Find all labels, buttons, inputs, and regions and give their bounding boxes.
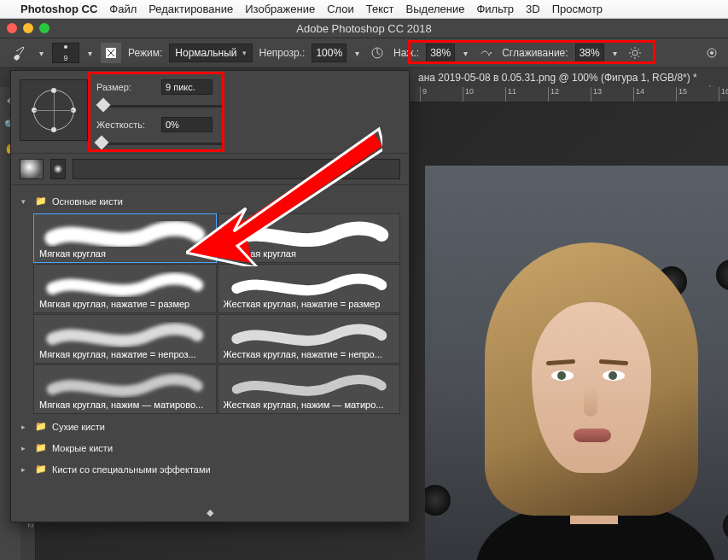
window-titlebar: Adobe Photoshop CC 2018 [0, 19, 728, 38]
brush-hard-opacity[interactable]: Жесткая круглая, нажатие = непро... [218, 314, 401, 364]
brush-size-badge: 9 [63, 54, 67, 62]
folder-label: Сухие кисти [52, 422, 105, 432]
folder-label: Основные кисти [52, 196, 123, 207]
folder-label: Кисти со специальными эффектами [52, 464, 211, 475]
tool-dropdown-icon[interactable]: ▾ [38, 49, 45, 58]
brush-sample-hard-icon[interactable] [50, 159, 66, 179]
brush-soft-round[interactable]: Мягкая круглая [33, 213, 217, 263]
folder-wet[interactable]: ▸ 📁 Мокрые кисти [15, 437, 405, 458]
folder-dry[interactable]: ▸ 📁 Сухие кисти [15, 416, 405, 437]
brush-soft-matte[interactable]: Мягкая круглая, нажим — матирово... [33, 365, 217, 414]
brush-label: Жесткая круглая [224, 248, 395, 259]
disclosure-right-icon: ▸ [21, 444, 30, 452]
brush-preset-panel: Размер: 9 пикс. Жесткость: 0% ▾ 📁 Основн… [10, 70, 410, 522]
svg-point-4 [632, 50, 638, 55]
brush-preset-thumb[interactable]: 9 [52, 43, 79, 63]
brush-label: Жесткая круглая, нажатие = размер [224, 299, 395, 309]
brush-label: Мягкая круглая, нажим — матирово... [39, 400, 211, 410]
pressure-size-icon[interactable] [702, 44, 721, 62]
hardness-slider[interactable] [96, 137, 224, 149]
flow-label: Наж.: [393, 47, 419, 59]
brush-label: Жесткая круглая, нажатие = непро... [224, 349, 395, 359]
menu-view[interactable]: Просмотр [552, 3, 603, 15]
brush-hard-matte[interactable]: Жесткая круглая, нажим — матиро... [218, 365, 401, 414]
flow-dropdown-icon[interactable]: ▾ [462, 49, 469, 58]
folder-main[interactable]: ▾ 📁 Основные кисти [15, 190, 405, 212]
brush-label: Мягкая круглая [39, 248, 211, 259]
svg-point-2 [488, 54, 490, 55]
canvas-image [425, 166, 728, 560]
opacity-label: Непрозр.: [259, 47, 306, 59]
document-tab[interactable]: ана 2019-05-08 в 0.05.31.png @ 100% (Фиг… [418, 72, 697, 84]
blend-mode-select[interactable]: Нормальный ▾ [169, 44, 252, 62]
brush-sample-soft-icon[interactable] [20, 159, 44, 179]
folder-icon: 📁 [35, 195, 47, 207]
hardness-label: Жесткость: [96, 120, 156, 130]
folder-fx[interactable]: ▸ 📁 Кисти со специальными эффектами [15, 458, 405, 480]
menu-text[interactable]: Текст [366, 3, 394, 15]
app-name[interactable]: Photoshop CC [20, 3, 97, 15]
folder-icon: 📁 [35, 442, 47, 453]
pressure-opacity-icon[interactable] [368, 44, 387, 62]
close-button[interactable] [7, 23, 17, 33]
menu-image[interactable]: Изображение [245, 3, 315, 15]
zoom-button[interactable] [39, 23, 50, 33]
disclosure-right-icon: ▸ [21, 465, 30, 474]
chevron-down-icon: ▾ [242, 49, 247, 57]
brush-tip-preview[interactable] [20, 79, 88, 141]
smoothing-dropdown-icon[interactable]: ▾ [611, 49, 619, 58]
opacity-input[interactable]: 100% [312, 44, 347, 62]
svg-point-3 [490, 52, 492, 54]
hardness-input[interactable]: 0% [161, 117, 213, 132]
smoothing-input[interactable]: 38% [575, 44, 604, 62]
size-input[interactable]: 9 пикс. [161, 79, 213, 95]
disclosure-right-icon: ▸ [21, 423, 30, 431]
size-label: Размер: [96, 82, 156, 92]
airbrush-icon[interactable] [476, 44, 495, 62]
brush-hard-size[interactable]: Жесткая круглая, нажатие = размер [218, 264, 401, 313]
preset-dropdown-icon[interactable]: ▾ [86, 49, 94, 58]
blend-mode-value: Нормальный [175, 47, 236, 59]
menu-layers[interactable]: Слои [327, 3, 354, 15]
smoothing-settings-icon[interactable] [626, 44, 644, 62]
menu-select[interactable]: Выделение [406, 3, 465, 15]
brush-label: Мягкая круглая, нажатие = размер [39, 299, 211, 309]
brush-soft-size[interactable]: Мягкая круглая, нажатие = размер [33, 264, 217, 313]
menu-file[interactable]: Файл [109, 3, 137, 15]
smoothing-label: Сглаживание: [502, 47, 568, 59]
menu-filter[interactable]: Фильтр [476, 3, 514, 15]
folder-icon: 📁 [35, 464, 47, 475]
window-controls [7, 23, 50, 33]
brush-label: Мягкая круглая, нажатие = непроз... [39, 349, 211, 359]
resize-grip-icon[interactable]: ◆ [11, 507, 409, 518]
brush-hard-round[interactable]: Жесткая круглая [218, 213, 401, 263]
flow-input[interactable]: 38% [426, 44, 455, 62]
mode-label: Режим: [128, 47, 162, 59]
brush-label: Жесткая круглая, нажим — матиро... [224, 400, 395, 410]
size-slider[interactable] [96, 100, 224, 112]
tool-options-bar: ▾ 9 ▾ Режим: Нормальный ▾ Непрозр.: 100%… [0, 38, 728, 68]
menu-3d[interactable]: 3D [526, 3, 540, 15]
opacity-dropdown-icon[interactable]: ▾ [353, 49, 361, 58]
brush-panel-toggle-icon[interactable] [101, 43, 121, 63]
minimize-button[interactable] [23, 23, 33, 33]
svg-point-6 [710, 51, 713, 55]
folder-label: Мокрые кисти [52, 443, 113, 453]
menu-edit[interactable]: Редактирование [149, 3, 233, 15]
window-title: Adobe Photoshop CC 2018 [0, 22, 728, 35]
folder-icon: 📁 [35, 421, 47, 432]
brush-stroke-preview [73, 159, 400, 179]
brush-soft-opacity[interactable]: Мягкая круглая, нажатие = непроз... [33, 314, 217, 364]
macos-menubar: Photoshop CC Файл Редактирование Изображ… [0, 0, 728, 19]
disclosure-down-icon: ▾ [21, 197, 30, 206]
brush-tool-icon[interactable] [7, 41, 31, 65]
